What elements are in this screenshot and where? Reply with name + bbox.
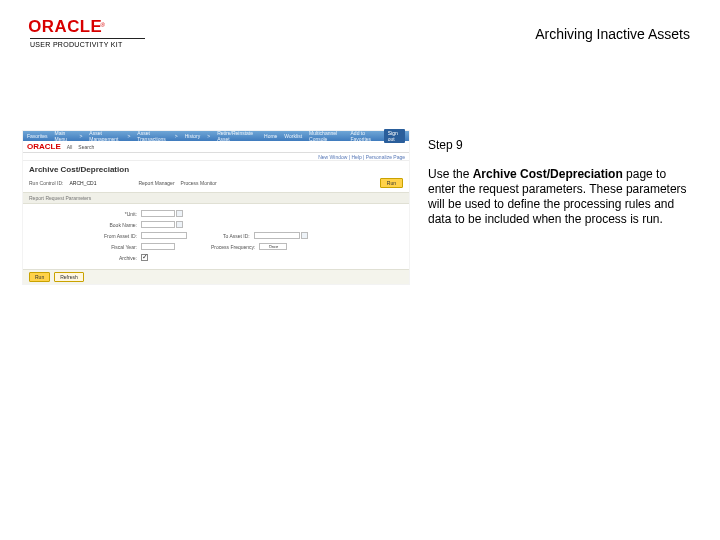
- row-book: Book Name:: [23, 219, 409, 230]
- book-lookup-icon[interactable]: [176, 221, 183, 228]
- instruction-pre: Use the: [428, 167, 473, 181]
- instruction-panel: Step 9 Use the Archive Cost/Depreciation…: [428, 138, 688, 227]
- link-worklist[interactable]: Worklist: [284, 133, 302, 139]
- brand-sub: USER PRODUCTIVITY KIT: [30, 41, 145, 48]
- brand: ORACLE® USER PRODUCTIVITY KIT: [30, 18, 145, 48]
- run-button-bottom[interactable]: Run: [29, 272, 50, 282]
- runctl-value: ARCH_CD1: [69, 180, 96, 186]
- runctl-label: Run Control ID:: [29, 180, 63, 186]
- link-mcl[interactable]: Multichannel Console: [309, 130, 343, 142]
- row-archive: Archive:: [23, 252, 409, 263]
- request-params-form: *Unit: Book Name: From Asset ID: To Asse…: [23, 204, 409, 269]
- process-freq-select[interactable]: Once: [259, 243, 287, 250]
- nav-favorites[interactable]: Favorites: [27, 133, 48, 139]
- book-label: Book Name:: [23, 222, 141, 228]
- process-freq-label: Process Frequency:: [211, 244, 259, 250]
- nav-sep: >: [127, 133, 130, 139]
- to-asset-input[interactable]: [254, 232, 300, 239]
- row-asset: From Asset ID: To Asset ID:: [23, 230, 409, 241]
- fy-label: Fiscal Year:: [23, 244, 141, 250]
- utility-links[interactable]: New Window | Help | Personalize Page: [23, 153, 409, 161]
- app-subheader: ORACLE All Search: [23, 141, 409, 153]
- tab-all[interactable]: All: [67, 144, 73, 150]
- run-button-top[interactable]: Run: [380, 178, 403, 188]
- instruction-body: Use the Archive Cost/Depreciation page t…: [428, 167, 688, 227]
- tab-search[interactable]: Search: [78, 144, 94, 150]
- brand-rule: [30, 38, 145, 39]
- report-params-header: Report Request Parameters: [23, 192, 409, 204]
- unit-input[interactable]: [141, 210, 175, 217]
- nav-history[interactable]: History: [185, 133, 201, 139]
- page-title: Archiving Inactive Assets: [535, 26, 690, 42]
- row-fy: Fiscal Year: Process Frequency: Once: [23, 241, 409, 252]
- link-fav[interactable]: Add to Favorites: [351, 130, 377, 142]
- app-footer: Run Refresh: [23, 269, 409, 284]
- from-asset-input[interactable]: [141, 232, 187, 239]
- nav-mainmenu[interactable]: Main Menu: [55, 130, 73, 142]
- from-asset-label: From Asset ID:: [23, 233, 141, 239]
- nav-retire[interactable]: Retire/Reinstate Asset: [217, 130, 253, 142]
- nav-sep: >: [175, 133, 178, 139]
- archive-checkbox[interactable]: [141, 254, 148, 261]
- fy-input[interactable]: [141, 243, 175, 250]
- nav-at[interactable]: Asset Transactions: [137, 130, 167, 142]
- brand-name: ORACLE: [28, 18, 102, 36]
- app-header: Favorites Main Menu > Asset Management >…: [23, 131, 409, 141]
- book-input[interactable]: [141, 221, 175, 228]
- archive-label: Archive:: [23, 255, 141, 261]
- unit-label: *Unit:: [23, 211, 141, 217]
- to-asset-label: To Asset ID:: [223, 233, 254, 239]
- instruction-bold: Archive Cost/Depreciation: [473, 167, 623, 181]
- unit-lookup-icon[interactable]: [176, 210, 183, 217]
- nav-sep: >: [79, 133, 82, 139]
- app-page-title: Archive Cost/Depreciation: [23, 161, 409, 176]
- nav-sep: >: [207, 133, 210, 139]
- process-monitor-link[interactable]: Process Monitor: [181, 180, 217, 186]
- link-home[interactable]: Home: [264, 133, 277, 139]
- refresh-button[interactable]: Refresh: [54, 272, 84, 282]
- to-asset-lookup-icon[interactable]: [301, 232, 308, 239]
- row-unit: *Unit:: [23, 208, 409, 219]
- app-logo: ORACLE: [27, 142, 61, 151]
- run-control-row: Run Control ID: ARCH_CD1 Report Manager …: [23, 176, 409, 192]
- step-label: Step 9: [428, 138, 688, 153]
- report-manager-link[interactable]: Report Manager: [138, 180, 174, 186]
- nav-am[interactable]: Asset Management: [89, 130, 120, 142]
- app-screenshot: Favorites Main Menu > Asset Management >…: [22, 130, 410, 285]
- signout-button[interactable]: Sign out: [384, 129, 405, 143]
